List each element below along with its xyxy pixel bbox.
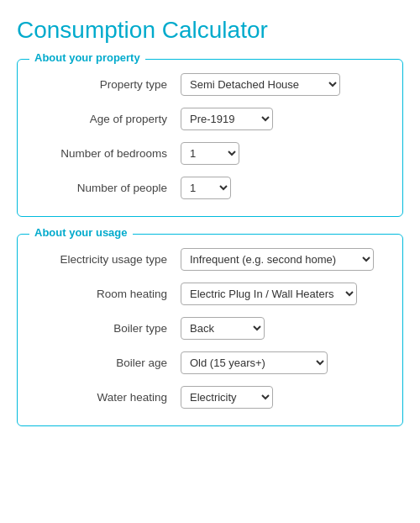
age-of-property-select[interactable]: Pre-1919 1919-1944 1945-1964 1965-1980 1…	[181, 108, 273, 130]
boiler-type-select[interactable]: Back Combi System Regular	[181, 317, 265, 340]
water-heating-row: Water heating Electricity Gas Oil Solar	[34, 386, 386, 409]
boiler-age-label: Boiler age	[38, 357, 181, 369]
boiler-age-select[interactable]: Old (15 years+) Mid (8-15 years) New (un…	[181, 351, 328, 374]
electricity-usage-row: Electricity usage type Infrequent (e.g. …	[34, 248, 386, 271]
people-label: Number of people	[38, 182, 181, 194]
water-heating-label: Water heating	[38, 391, 181, 404]
property-type-select[interactable]: Semi Detached House Detached House Terra…	[181, 73, 340, 96]
boiler-type-label: Boiler type	[38, 322, 181, 335]
bedrooms-row: Number of bedrooms 1 2 3 4 5 6+	[34, 142, 386, 165]
people-row: Number of people 1 2 3 4 5 6+	[34, 177, 386, 199]
electricity-usage-label: Electricity usage type	[38, 253, 181, 266]
bedrooms-select[interactable]: 1 2 3 4 5 6+	[181, 142, 239, 165]
property-section: About your property Property type Semi D…	[17, 59, 403, 217]
bedrooms-label: Number of bedrooms	[38, 147, 181, 160]
room-heating-select[interactable]: Electric Plug In / Wall Heaters Gas Cent…	[181, 283, 357, 305]
property-type-row: Property type Semi Detached House Detach…	[34, 73, 386, 96]
room-heating-label: Room heating	[38, 288, 181, 300]
property-section-title: About your property	[29, 51, 145, 64]
usage-section: About your usage Electricity usage type …	[17, 234, 403, 426]
usage-section-title: About your usage	[29, 226, 133, 239]
boiler-age-row: Boiler age Old (15 years+) Mid (8-15 yea…	[34, 351, 386, 374]
page-title: Consumption Calculator	[17, 17, 403, 44]
age-of-property-label: Age of property	[38, 113, 181, 125]
age-of-property-row: Age of property Pre-1919 1919-1944 1945-…	[34, 108, 386, 130]
property-type-label: Property type	[38, 78, 181, 91]
boiler-type-row: Boiler type Back Combi System Regular	[34, 317, 386, 340]
water-heating-select[interactable]: Electricity Gas Oil Solar	[181, 386, 273, 409]
electricity-usage-select[interactable]: Infrequent (e.g. second home) Low Medium…	[181, 248, 374, 271]
people-select[interactable]: 1 2 3 4 5 6+	[181, 177, 231, 199]
room-heating-row: Room heating Electric Plug In / Wall Hea…	[34, 283, 386, 305]
